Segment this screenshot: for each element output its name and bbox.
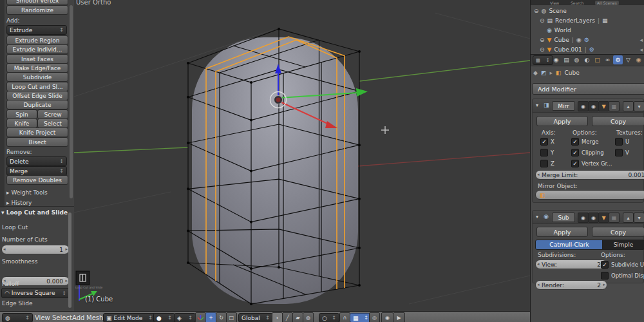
slider-right-arrow-icon[interactable]: ▸ [65, 278, 68, 283]
randomize-button[interactable]: Randomize [6, 5, 68, 15]
duplicate-button[interactable]: Duplicate [6, 100, 68, 109]
subsurf-modifier-name-field[interactable]: Sub [552, 213, 575, 222]
toolshelf-scrollbar[interactable] [70, 5, 73, 198]
subsurf-move-down-button[interactable]: ▾ [634, 213, 644, 223]
outliner-row-scene[interactable]: ⊖ ◍ Scene [531, 6, 644, 15]
slider-left-arrow-icon[interactable]: ◂ [537, 261, 540, 267]
axis-z-checkbox[interactable]: Z [540, 160, 554, 167]
offset-edge-slide-button[interactable]: Offset Edge Slide [6, 91, 68, 100]
outliner-menu-search[interactable]: Search [571, 1, 584, 5]
tab-object-data[interactable]: ▽ [623, 55, 633, 64]
edge-select-button[interactable]: ╱ [282, 312, 293, 322]
tab-render-layers[interactable]: ▤ [562, 55, 571, 64]
mirror-cage-toggle[interactable]: ▦ [609, 101, 620, 111]
knife-button[interactable]: Knife [6, 118, 37, 128]
smooth-vertex-button[interactable]: Smooth Vertex [6, 0, 68, 5]
pin-icon[interactable]: ◆ [533, 70, 538, 76]
subsurf-editmode-toggle[interactable]: ▼ [598, 213, 609, 223]
shading-dropdown[interactable]: ● ↕ [153, 313, 175, 322]
extrude-individual-button[interactable]: Extrude Individ... [6, 44, 68, 54]
slider-left-arrow-icon[interactable]: ◂ [3, 247, 6, 252]
subsurf-move-up-button[interactable]: ▴ [623, 213, 634, 223]
operator-panel-title[interactable]: ▾ Loop Cut and Slide [1, 210, 68, 216]
mirror-object-field[interactable]: ◧ [535, 190, 644, 200]
subsurf-apply-button[interactable]: Apply [536, 227, 588, 237]
mirror-move-up-button[interactable]: ▴ [623, 101, 634, 111]
delete-dropdown[interactable]: Delete↕ [6, 156, 67, 166]
mirror-visibility-toggle[interactable]: ◉ [588, 101, 599, 111]
snap-element-dropdown[interactable]: ▦ ↕ [350, 313, 372, 322]
inset-faces-button[interactable]: Inset Faces [6, 54, 68, 64]
outliner-row-world[interactable]: ◉ World [531, 26, 644, 35]
scale-manipulator-button[interactable]: □ [226, 312, 237, 322]
weight-tools-expander[interactable]: ▸ Weight Tools [6, 190, 48, 196]
pivot-dropdown[interactable]: ◈ ↕ [174, 313, 196, 322]
falloff-dropdown[interactable]: ◠ Inverse Square ↕ [1, 288, 70, 298]
outliner-filter-dropdown[interactable]: All Scenes [595, 1, 619, 5]
rotate-manipulator-button[interactable]: ↻ [216, 312, 227, 322]
object-breadcrumb-icon[interactable]: ◩ [541, 70, 547, 76]
remove-doubles-button[interactable]: Remove Doubles [6, 175, 68, 185]
snap-toggle-button[interactable]: ∩ [339, 312, 350, 322]
collapse-toggle-icon[interactable]: ⊖ [540, 46, 545, 53]
subsurf-visibility-toggle[interactable]: ◉ [588, 213, 599, 223]
add-modifier-button[interactable]: Add Modifier [532, 83, 644, 95]
merge-limit-slider[interactable]: ◂ Merge Limit: 0.0010 ▸ [535, 170, 644, 180]
bisect-button[interactable]: Bisect [6, 137, 68, 147]
menu-view[interactable]: View [35, 314, 50, 321]
editor-type-selector[interactable]: ◍ ↕ [2, 313, 33, 322]
axis-x-checkbox[interactable]: X [540, 138, 554, 146]
viewport-3d[interactable]: User Ortho Loop Cut and Slide (1) Cube [74, 0, 530, 311]
slider-right-arrow-icon[interactable]: ▸ [603, 282, 605, 287]
subdivide-button[interactable]: Subdivide [6, 72, 68, 82]
collapse-toggle-icon[interactable]: ⊖ [540, 17, 545, 24]
tab-object[interactable]: □ [592, 55, 602, 64]
vertex-groups-checkbox[interactable]: Vertex Gr... [571, 160, 612, 167]
slider-right-arrow-icon[interactable]: ▸ [65, 247, 68, 252]
subdivide-uv-checkbox[interactable]: Subdivide UV [601, 261, 644, 269]
menu-mesh[interactable]: Mesh [86, 314, 103, 321]
opengl-render-anim-button[interactable]: ▶ [393, 312, 405, 322]
subsurf-modifier-header[interactable]: ▾ ◉ Sub ◉ ◉ ▼ ▦ ▴ ▾ [533, 211, 643, 224]
expand-triangle-icon[interactable]: ▾ [536, 102, 538, 108]
snap-target-button[interactable]: ◎ [369, 312, 380, 322]
menu-add[interactable]: Add [72, 314, 84, 321]
merge-dropdown[interactable]: Merge↕ [6, 166, 67, 176]
mirror-apply-button[interactable]: Apply [536, 116, 588, 126]
extrude-region-button[interactable]: Extrude Region [6, 35, 68, 45]
restrict-icon[interactable]: ◂ [639, 37, 643, 43]
occlude-geometry-button[interactable]: ◍ [303, 312, 314, 322]
extrude-dropdown[interactable]: Extrude↕ [6, 25, 67, 35]
merge-checkbox[interactable]: Merge [571, 138, 599, 146]
clipping-checkbox[interactable]: Clipping [571, 149, 604, 156]
mirror-move-down-button[interactable]: ▾ [634, 101, 644, 111]
subsurf-cage-toggle[interactable]: ▦ [609, 213, 620, 223]
proportional-edit-dropdown[interactable]: ○ ↕ [319, 313, 339, 322]
editor-type-selector[interactable]: ▥ ↕ [533, 55, 553, 65]
mirror-modifier-name-field[interactable]: Mirr [552, 101, 575, 111]
history-expander[interactable]: ▸ History [6, 200, 32, 206]
catmull-clark-toggle[interactable]: Catmull-Clark [535, 240, 603, 250]
make-edge-face-button[interactable]: Make Edge/Face [6, 63, 68, 73]
view-subdivisions-slider[interactable]: ◂ View: 2 ▸ [535, 260, 607, 269]
collapse-toggle-icon[interactable]: ⊖ [540, 37, 545, 43]
outliner-row-cube[interactable]: ⊖ ▼ Cube | ◉ ⚙ ◂ [531, 35, 644, 44]
tab-constraints[interactable]: ∞ [603, 55, 612, 64]
texture-v-checkbox[interactable]: V [615, 149, 629, 156]
loop-cut-button[interactable]: Loop Cut and Sl... [6, 82, 68, 91]
opengl-render-button[interactable]: ◉ [381, 312, 393, 322]
knife-select-button[interactable]: Select [37, 118, 68, 128]
outliner-row-renderlayers[interactable]: ⊖ ▤ RenderLayers | ▦ [531, 16, 644, 25]
outliner-menu-view[interactable]: View [550, 1, 559, 5]
collapse-toggle-icon[interactable]: ⊖ [534, 8, 539, 14]
knife-project-button[interactable]: Knife Project [6, 128, 68, 137]
number-of-cuts-slider[interactable]: ◂ 1 ▸ [1, 245, 70, 254]
screw-button[interactable]: Screw [37, 109, 68, 119]
mirror-modifier-header[interactable]: ▾ ◨ Mirr ◉ ◉ ▼ ▦ ▴ ▾ [533, 99, 643, 113]
face-select-button[interactable]: ▰ [292, 312, 303, 322]
translate-manipulator-button[interactable]: + [205, 312, 216, 322]
subsurf-copy-button[interactable]: Copy [592, 227, 644, 237]
axis-y-checkbox[interactable]: Y [540, 149, 554, 156]
subsurf-render-toggle[interactable]: ◉ [578, 213, 589, 223]
mirror-render-toggle[interactable]: ◉ [578, 101, 589, 111]
